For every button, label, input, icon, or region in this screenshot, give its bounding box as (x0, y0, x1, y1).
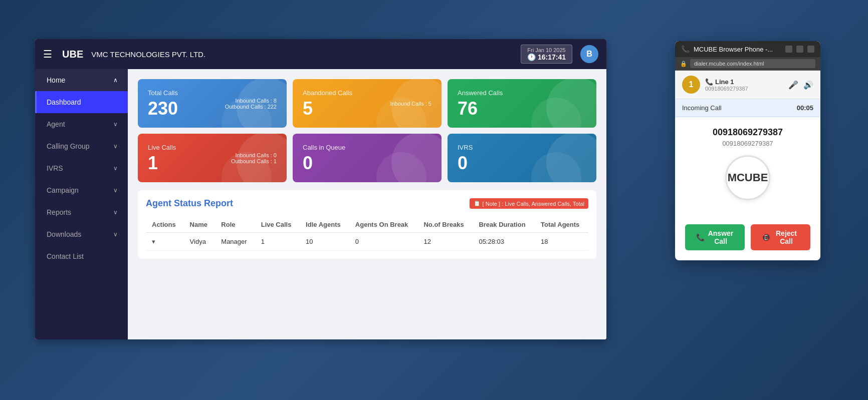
dialer-popup: 📞 MCUBE Browser Phone -... – □ ✕ 🔒 1 📞 L… (675, 41, 820, 260)
sidebar-ivrs-label: IVRS (47, 164, 63, 172)
clock-icon: 🕐 (527, 53, 536, 61)
ivrs-value: 0 (458, 154, 586, 172)
col-total-agents: Total Agents (535, 217, 588, 233)
lock-icon: 🔒 (680, 61, 687, 67)
sidebar-item-campaign[interactable]: Campaign ∨ (35, 179, 128, 201)
minimize-button[interactable]: – (785, 46, 792, 53)
col-agents-on-break: Agents On Break (349, 217, 418, 233)
row-role: Manager (215, 233, 255, 251)
col-no-of-breaks: No.of Breaks (417, 217, 473, 233)
stats-row-2: Live Calls 1 Inbound Calls : 0 Outbound … (138, 134, 596, 182)
row-actions[interactable]: ▾ (146, 233, 184, 251)
top-nav: ☰ UBE VMC TECHNOLOGIES PVT. LTD. Fri Jan… (35, 39, 606, 69)
live-inbound-label: Inbound Calls : 0 (231, 152, 277, 158)
dialer-logo-icon: 📞 (681, 45, 690, 53)
chevron-down-icon-4: ∨ (113, 187, 118, 194)
sidebar-item-agent[interactable]: Agent ∨ (35, 113, 128, 135)
note-text: [ Note ] : Live Calls, Answered Calls, T… (483, 201, 584, 207)
sidebar-agent-label: Agent (47, 120, 65, 128)
line-name: 📞 Line 1 (705, 78, 783, 86)
chevron-down-icon-6: ∨ (113, 231, 118, 238)
user-avatar[interactable]: B (580, 45, 598, 63)
dialer-title-left: 📞 MCUBE Browser Phone -... (681, 45, 773, 53)
ivrs-card: IVRS 0 (448, 134, 596, 182)
dialer-titlebar: 📞 MCUBE Browser Phone -... – □ ✕ (675, 41, 820, 57)
ivrs-title: IVRS (458, 144, 586, 151)
col-break-duration: Break Duration (473, 217, 535, 233)
section-header: Agent Status Report 📋 [ Note ] : Live Ca… (146, 198, 588, 209)
table-row: ▾ Vidya Manager 1 10 0 12 05:28:03 18 (146, 233, 588, 251)
table-container: Actions Name Role Live Calls Idle Agents… (146, 217, 588, 251)
caller-avatar: MCUBE (725, 155, 770, 200)
maximize-button[interactable]: □ (796, 46, 803, 53)
incoming-call-row: Incoming Call 00:05 (675, 99, 820, 117)
sidebar: Home ∧ Dashboard Agent ∨ Calling Group ∨… (35, 69, 128, 339)
total-calls-details: Inbound Calls : 8 Outbound Calls : 222 (225, 98, 277, 110)
sidebar-item-reports[interactable]: Reports ∨ (35, 201, 128, 223)
main-layout: Home ∧ Dashboard Agent ∨ Calling Group ∨… (35, 69, 606, 339)
hamburger-icon[interactable]: ☰ (43, 48, 52, 60)
incoming-call-label: Incoming Call (682, 104, 722, 112)
answer-icon: 📞 (696, 233, 705, 241)
reject-call-button[interactable]: 📵 Reject Call (751, 224, 810, 250)
col-role: Role (215, 217, 255, 233)
chevron-up-icon: ∧ (113, 77, 118, 84)
sidebar-item-ivrs[interactable]: IVRS ∨ (35, 157, 128, 179)
abandoned-calls-value: 5 (303, 100, 431, 118)
sidebar-campaign-label: Campaign (47, 186, 79, 194)
abandoned-inbound-label: Inbound Calls : 5 (390, 101, 431, 107)
row-idle-agents: 10 (300, 233, 349, 251)
datetime-display: Fri Jan 10 2025 🕐 16:17:41 (521, 45, 572, 64)
chevron-down-icon: ∨ (113, 121, 118, 128)
sidebar-dashboard-label: Dashboard (47, 98, 81, 106)
total-outbound-label: Outbound Calls : 222 (225, 104, 277, 110)
sidebar-contactlist-label: Contact List (47, 252, 84, 260)
col-live-calls: Live Calls (255, 217, 300, 233)
sidebar-item-home[interactable]: Home ∧ (35, 69, 128, 91)
dialer-actions: 📞 Answer Call 📵 Reject Call (675, 217, 820, 260)
row-break-duration: 05:28:03 (473, 233, 535, 251)
incoming-call-timer: 00:05 (797, 104, 813, 112)
note-tag: 📋 [ Note ] : Live Calls, Answered Calls,… (470, 198, 588, 209)
line-avatar: 1 (682, 76, 700, 94)
sidebar-item-contact-list[interactable]: Contact List (35, 245, 128, 267)
agent-status-section: Agent Status Report 📋 [ Note ] : Live Ca… (138, 190, 596, 259)
answer-call-button[interactable]: 📞 Answer Call (685, 224, 745, 250)
chevron-down-icon-3: ∨ (113, 165, 118, 172)
volume-button[interactable]: 🔊 (803, 80, 813, 90)
row-agents-on-break: 0 (349, 233, 418, 251)
close-button[interactable]: ✕ (807, 46, 814, 53)
row-live-calls: 1 (255, 233, 300, 251)
caller-info: 00918069279387 00918069279387 MCUBE (675, 117, 820, 217)
sidebar-home-label: Home (47, 76, 65, 84)
line-controls: 🎤 🔊 (788, 80, 813, 90)
sidebar-item-dashboard[interactable]: Dashboard (35, 91, 128, 113)
calls-in-queue-title: Calls in Queue (303, 144, 431, 151)
sidebar-item-downloads[interactable]: Downloads ∨ (35, 223, 128, 245)
row-no-of-breaks: 12 (417, 233, 473, 251)
expand-icon[interactable]: ▾ (152, 238, 155, 245)
row-name: Vidya (184, 233, 215, 251)
sidebar-item-calling-group[interactable]: Calling Group ∨ (35, 135, 128, 157)
caller-number: 00918069279387 (685, 127, 810, 138)
mute-button[interactable]: 🎤 (788, 80, 798, 90)
browser-window: ☰ UBE VMC TECHNOLOGIES PVT. LTD. Fri Jan… (35, 39, 606, 339)
app-logo: UBE (62, 49, 83, 60)
line-info: 📞 Line 1 00918069279387 (705, 78, 783, 92)
sidebar-downloads-label: Downloads (47, 230, 81, 238)
calls-in-queue-value: 0 (303, 154, 431, 172)
answered-calls-title: Answered Calls (458, 89, 586, 97)
abandoned-calls-card: Abandoned Calls 5 Inbound Calls : 5 (293, 79, 442, 128)
dialer-urlbar: 🔒 (675, 57, 820, 71)
row-total-agents: 18 (535, 233, 588, 251)
table-header-row: Actions Name Role Live Calls Idle Agents… (146, 217, 588, 233)
company-name: VMC TECHNOLOGIES PVT. LTD. (91, 50, 513, 59)
sidebar-reports-label: Reports (47, 208, 71, 216)
live-outbound-label: Outbound Calls : 1 (231, 158, 277, 164)
caller-sub: 00918069279387 (685, 140, 810, 147)
answered-calls-value: 76 (458, 100, 586, 118)
answered-calls-card: Answered Calls 76 (448, 79, 596, 128)
total-inbound-label: Inbound Calls : 8 (225, 98, 277, 104)
url-input[interactable] (690, 59, 815, 68)
answer-label: Answer Call (708, 229, 734, 245)
